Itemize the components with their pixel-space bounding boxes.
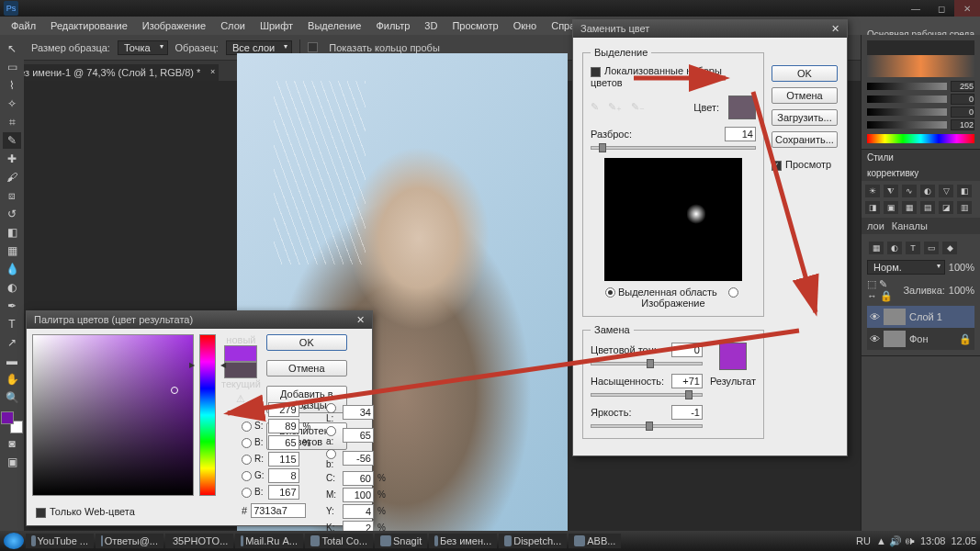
zoom-tool[interactable]: 🔍 bbox=[3, 389, 21, 406]
color-g-input[interactable] bbox=[951, 94, 974, 105]
color-ramp[interactable] bbox=[867, 134, 974, 143]
show-ring-checkbox[interactable] bbox=[308, 42, 318, 52]
stamp-tool[interactable]: ⧇ bbox=[3, 187, 21, 204]
styles-panel-heading[interactable]: Стили bbox=[862, 150, 980, 165]
menu-type[interactable]: Шрифт bbox=[254, 18, 299, 33]
task-item[interactable]: Total Co... bbox=[305, 534, 373, 548]
color-b-input[interactable] bbox=[951, 107, 974, 118]
web-only-checkbox[interactable] bbox=[36, 508, 46, 518]
lasso-tool[interactable]: ⌇ bbox=[3, 77, 21, 94]
menu-file[interactable]: Файл bbox=[6, 18, 41, 33]
task-item[interactable]: Ответы@... bbox=[96, 534, 163, 548]
crop-tool[interactable]: ⌗ bbox=[3, 114, 21, 130]
clock-time[interactable]: 13:08 bbox=[920, 535, 946, 546]
c-input[interactable] bbox=[343, 471, 374, 486]
y-input[interactable] bbox=[343, 504, 374, 519]
layer-filter5-icon[interactable]: ◆ bbox=[942, 242, 957, 254]
radio-selection[interactable] bbox=[605, 287, 615, 298]
eyedropper-tool[interactable]: ✎ bbox=[3, 132, 21, 149]
eraser-tool[interactable]: ◧ bbox=[3, 224, 21, 241]
g-input[interactable] bbox=[268, 468, 299, 483]
quickmask-tool[interactable]: ◙ bbox=[3, 435, 21, 452]
light-input[interactable] bbox=[671, 405, 703, 420]
menu-edit[interactable]: Редактирование bbox=[45, 18, 133, 33]
adj-invert-icon[interactable]: ◪ bbox=[939, 201, 953, 214]
channels-tab[interactable]: Каналы bbox=[892, 220, 928, 231]
tray-icons[interactable]: ▲ 🔊 🕪 bbox=[876, 535, 915, 547]
blend-mode-dropdown[interactable]: Норм. bbox=[867, 260, 945, 275]
radio-g[interactable] bbox=[242, 471, 252, 481]
dialog-titlebar[interactable]: Заменить цвет ✕ bbox=[573, 20, 847, 38]
layer-filter3-icon[interactable]: T bbox=[906, 242, 920, 254]
fuzziness-slider[interactable] bbox=[591, 146, 756, 150]
adj-photo-icon[interactable]: ▣ bbox=[884, 201, 898, 214]
radio-b[interactable] bbox=[242, 438, 252, 448]
opacity-value[interactable]: 100% bbox=[949, 262, 974, 273]
start-button[interactable] bbox=[4, 533, 24, 549]
marquee-tool[interactable]: ▭ bbox=[3, 59, 21, 75]
wand-tool[interactable]: ✧ bbox=[3, 96, 21, 112]
adj-curves-icon[interactable]: ∿ bbox=[902, 185, 917, 197]
dialog-close-icon[interactable]: ✕ bbox=[831, 23, 839, 35]
menu-3d[interactable]: 3D bbox=[419, 18, 443, 33]
radio-image[interactable] bbox=[728, 287, 738, 298]
color-r-input[interactable] bbox=[951, 81, 974, 92]
h-input[interactable] bbox=[268, 402, 299, 417]
task-item[interactable]: YouTube ... bbox=[26, 534, 94, 548]
dialog-close-icon[interactable]: ✕ bbox=[356, 314, 365, 326]
move-tool[interactable]: ↖ bbox=[3, 40, 21, 57]
menu-select[interactable]: Выделение bbox=[302, 18, 366, 33]
radio-s[interactable] bbox=[242, 422, 252, 432]
load-button[interactable]: Загрузить... bbox=[772, 109, 838, 126]
adj-lookup-icon[interactable]: ▤ bbox=[920, 201, 935, 214]
adj-levels-icon[interactable]: ⧨ bbox=[884, 185, 898, 197]
l-input[interactable] bbox=[343, 405, 374, 420]
close-button[interactable]: ✕ bbox=[954, 0, 980, 17]
history-brush-tool[interactable]: ↺ bbox=[3, 206, 21, 222]
hand-tool[interactable]: ✋ bbox=[3, 371, 21, 388]
layer-row-1[interactable]: 👁 Слой 1 bbox=[867, 306, 974, 328]
menu-image[interactable]: Изображение bbox=[137, 18, 211, 33]
lang-indicator[interactable]: RU bbox=[856, 535, 871, 546]
task-item[interactable]: 35PHOTO... bbox=[165, 534, 233, 548]
blur-tool[interactable]: 💧 bbox=[3, 261, 21, 277]
shape-tool[interactable]: ▬ bbox=[3, 353, 21, 369]
m-input[interactable] bbox=[343, 488, 374, 502]
eyedropper-sub-icon[interactable]: ✎₋ bbox=[631, 101, 645, 113]
s-input[interactable] bbox=[268, 419, 299, 433]
radio-r[interactable] bbox=[242, 455, 252, 465]
layer-row-bg[interactable]: 👁 Фон 🔒 bbox=[867, 328, 974, 350]
visibility-icon[interactable]: 👁 bbox=[870, 311, 880, 322]
minimize-button[interactable]: — bbox=[903, 0, 929, 17]
radio-a[interactable] bbox=[326, 426, 336, 436]
hue-strip[interactable] bbox=[199, 334, 216, 496]
picker-ok-button[interactable]: OK bbox=[266, 334, 347, 351]
adj-hue-icon[interactable]: ◧ bbox=[957, 185, 972, 197]
layers-tab[interactable]: лои bbox=[867, 220, 884, 231]
visibility-icon[interactable]: 👁 bbox=[870, 333, 880, 344]
path-tool[interactable]: ↗ bbox=[3, 334, 21, 351]
fuzziness-input[interactable] bbox=[725, 127, 756, 141]
foreground-color-swatch[interactable] bbox=[1, 411, 14, 424]
ok-button[interactable]: OK bbox=[772, 65, 838, 82]
dodge-tool[interactable]: ◐ bbox=[3, 279, 21, 296]
hue-slider[interactable] bbox=[591, 362, 703, 365]
sample-size-dropdown[interactable]: Точка bbox=[118, 40, 168, 55]
layer-filter2-icon[interactable]: ◐ bbox=[887, 242, 902, 254]
save-button[interactable]: Сохранить... bbox=[772, 131, 838, 148]
r-input[interactable] bbox=[268, 452, 299, 467]
radio-lb[interactable] bbox=[326, 449, 336, 459]
selection-color-swatch[interactable] bbox=[728, 96, 756, 119]
bb-input[interactable] bbox=[268, 485, 299, 500]
menu-window[interactable]: Окно bbox=[508, 18, 543, 33]
lb-input[interactable] bbox=[343, 451, 374, 466]
menu-view[interactable]: Просмотр bbox=[446, 18, 503, 33]
pen-tool[interactable]: ✒ bbox=[3, 298, 21, 314]
type-tool[interactable]: T bbox=[3, 316, 21, 332]
light-slider[interactable] bbox=[591, 424, 703, 428]
layer-thumb[interactable] bbox=[884, 309, 906, 325]
adj-bw-icon[interactable]: ◨ bbox=[865, 201, 880, 214]
radio-h[interactable] bbox=[242, 405, 252, 415]
adj-exposure-icon[interactable]: ◐ bbox=[920, 185, 935, 197]
preview-checkbox[interactable] bbox=[772, 161, 782, 171]
